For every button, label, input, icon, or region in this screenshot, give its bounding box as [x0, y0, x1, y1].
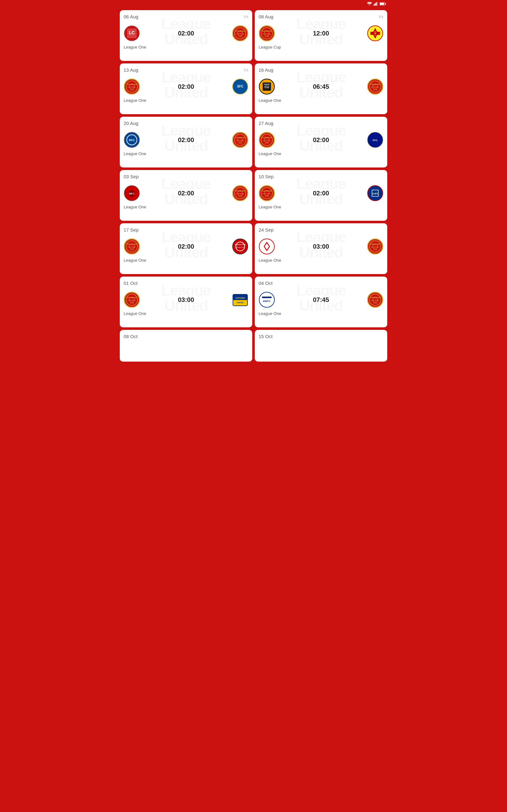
competition-label: League One [124, 311, 248, 316]
match-row: STEVENAGE FOOTBALL CLUB 02:00 SFC [124, 78, 248, 95]
match-card[interactable]: 13 Aug Vs LeagueUnited STEVENAGE FOOTBAL… [120, 63, 252, 114]
match-time: 12:00 [275, 30, 367, 37]
home-team-logo: BWFC [259, 292, 275, 308]
match-card[interactable]: 17 Sep LeagueUnited STEVENAGE FOOTBALL C… [120, 223, 252, 274]
match-card[interactable]: 27 Aug LeagueUnited STEVENAGE FOOTBALL C… [255, 117, 387, 167]
svg-text:PFC: PFC [373, 139, 378, 142]
svg-text:FOOTBALL: FOOTBALL [128, 299, 136, 301]
svg-text:STEVENAGE: STEVENAGE [371, 297, 381, 299]
svg-rect-106 [262, 297, 272, 298]
match-card[interactable]: 20 Aug LeagueUnited RFC 02:00 STEVENAGE … [120, 117, 252, 167]
svg-text:STEVENAGE: STEVENAGE [127, 297, 137, 299]
svg-text:FOOTBALL: FOOTBALL [371, 246, 379, 248]
svg-text:STEVENAGE: STEVENAGE [262, 30, 272, 32]
svg-text:STEVENAGE: STEVENAGE [262, 190, 272, 192]
svg-text:FOOTBALL: FOOTBALL [263, 140, 271, 142]
match-date: 10 Sep [259, 174, 383, 179]
competition-label: League One [259, 98, 383, 103]
match-row: STEVENAGE FOOTBALL CLUB 02:00 CUFC [259, 185, 383, 201]
svg-text:CU: CU [265, 85, 269, 89]
svg-text:FOOTBALL: FOOTBALL [128, 246, 136, 248]
svg-text:BWFC: BWFC [263, 300, 271, 303]
match-card[interactable]: 15 Oct [255, 330, 387, 362]
home-team-logo: STEVENAGE FOOTBALL CLUB [124, 78, 140, 95]
svg-text:FOOTBALL: FOOTBALL [128, 86, 136, 88]
competition-label: League One [124, 258, 248, 263]
match-card[interactable]: 08 Oct [120, 330, 252, 362]
home-team-logo: STEVENAGE FOOTBALL CLUB [259, 132, 275, 148]
svg-text:STEVENAGE: STEVENAGE [371, 243, 381, 245]
svg-text:FOOTBALL: FOOTBALL [263, 33, 271, 35]
wifi-icon [367, 2, 372, 6]
match-row: BWFC 07:45 STEVENAGE FOOTBALL CLUB [259, 292, 383, 308]
competition-label: League One [124, 45, 248, 49]
match-card[interactable]: 10 Sep LeagueUnited STEVENAGE FOOTBALL C… [255, 170, 387, 221]
match-card[interactable]: 08 Aug Vs LeagueUnited STEVENAGE FOOTBAL… [255, 10, 387, 61]
match-date: 27 Aug [259, 120, 383, 126]
svg-rect-0 [374, 4, 375, 6]
match-row: LC 02:00 STEVENAGE FOOTBALL CLUB [124, 25, 248, 42]
svg-text:OXFORD: OXFORD [235, 297, 245, 299]
match-row: BFC 02:00 STEVENAGE FOOTBALL CLUB [124, 185, 248, 201]
status-icons [367, 2, 386, 6]
svg-text:LC: LC [129, 30, 135, 35]
competition-label: League One [259, 311, 383, 316]
competition-label: League One [259, 205, 383, 209]
away-team-logo: STEVENAGE FOOTBALL CLUB [367, 78, 383, 95]
competition-label: League One [124, 98, 248, 103]
svg-text:STEVENAGE: STEVENAGE [127, 84, 137, 85]
match-row: STEVENAGE FOOTBALL CLUB 12:00 W [259, 25, 383, 42]
match-card[interactable]: 16 Aug LeagueUnited CU 06:45 STEVENAGE F… [255, 63, 387, 114]
svg-text:STEVENAGE: STEVENAGE [262, 137, 272, 139]
home-team-logo: STEVENAGE FOOTBALL CLUB [124, 238, 140, 255]
away-team-logo: STEVENAGE FOOTBALL CLUB [232, 25, 248, 42]
home-team-logo: BFC [124, 185, 140, 201]
match-card[interactable]: 03 Sep LeagueUnited BFC 02:00 STEVENAGE … [120, 170, 252, 221]
competition-label: League One [124, 205, 248, 209]
match-date: 06 Aug Vs [124, 14, 248, 19]
svg-text:FOOTBALL: FOOTBALL [236, 140, 244, 142]
away-team-logo: CHARLTON ATHLETIC [232, 238, 248, 255]
match-date: 04 Oct [259, 281, 383, 286]
svg-text:FOOTBALL: FOOTBALL [371, 86, 379, 88]
status-bar [117, 0, 390, 8]
away-team-logo: CUFC [367, 185, 383, 201]
match-date: 13 Aug Vs [124, 67, 248, 72]
match-card[interactable]: 24 Sep LeagueUnited 03:00 STEVENAGE FOOT… [255, 223, 387, 274]
home-team-logo: LC [124, 25, 140, 42]
competition-label: League One [124, 151, 248, 156]
matches-grid: 06 Aug Vs LeagueUnited LC 02:00 STEVENAG… [117, 8, 390, 364]
match-date: 08 Aug Vs [259, 14, 383, 19]
svg-text:UNITED: UNITED [237, 302, 244, 304]
svg-text:FOOTBALL: FOOTBALL [236, 193, 244, 195]
svg-text:CHARLTON: CHARLTON [235, 244, 245, 246]
match-date: 08 Oct [124, 334, 248, 339]
match-time: 03:00 [275, 243, 367, 250]
match-row: STEVENAGE FOOTBALL CLUB 02:00 PFC [259, 132, 383, 148]
match-time: 06:45 [275, 83, 367, 90]
away-team-logo: W [367, 25, 383, 42]
svg-text:STEVENAGE: STEVENAGE [235, 30, 245, 32]
match-row: STEVENAGE FOOTBALL CLUB 03:00 OXFORD UNI… [124, 292, 248, 308]
svg-text:STEVENAGE: STEVENAGE [127, 243, 137, 245]
competition-label: League Cup [259, 45, 383, 49]
match-row: 03:00 STEVENAGE FOOTBALL CLUB [259, 238, 383, 255]
away-team-logo: STEVENAGE FOOTBALL CLUB [232, 132, 248, 148]
match-card[interactable]: 01 Oct LeagueUnited STEVENAGE FOOTBALL C… [120, 276, 252, 327]
match-date: 17 Sep [124, 227, 248, 233]
match-time: 02:00 [140, 136, 232, 144]
away-team-logo: STEVENAGE FOOTBALL CLUB [232, 185, 248, 201]
match-time: 02:00 [275, 136, 367, 144]
svg-rect-38 [264, 84, 270, 85]
home-team-logo: RFC [124, 132, 140, 148]
match-card[interactable]: 06 Aug Vs LeagueUnited LC 02:00 STEVENAG… [120, 10, 252, 61]
match-time: 02:00 [140, 83, 232, 90]
match-card[interactable]: 04 Oct LeagueUnited BWFC 07:45 STEVENAGE… [255, 276, 387, 327]
svg-rect-3 [377, 2, 378, 6]
match-time: 02:00 [140, 190, 232, 197]
home-team-logo: STEVENAGE FOOTBALL CLUB [259, 25, 275, 42]
signal-icon [374, 2, 378, 6]
svg-text:CUFC: CUFC [372, 192, 379, 195]
svg-rect-6 [385, 3, 386, 4]
home-team-logo [259, 238, 275, 255]
